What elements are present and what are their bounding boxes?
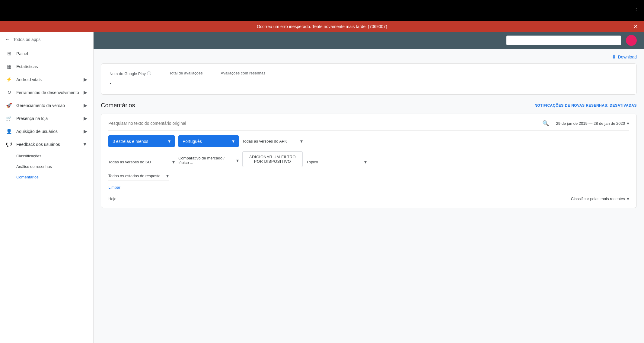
stats-card: Nota do Google Play ⓘ · Total de avaliaç… xyxy=(101,63,637,95)
date-range-picker[interactable]: 29 de jan de 2019 — 28 de jan de 2020 ▾ xyxy=(556,121,629,126)
notifications-link[interactable]: NOTIFICAÇÕES DE NOVAS RESENHAS: DESATIVA… xyxy=(534,103,637,108)
sidebar-item-presenca[interactable]: 🛒 Presença na loja ▶ xyxy=(0,112,93,125)
sidebar-sub-comentarios[interactable]: Comentários xyxy=(16,172,93,182)
sort-chevron-icon: ▾ xyxy=(627,196,629,202)
sidebar-left-part: ↻ Ferramentas de desenvolvimento xyxy=(6,90,79,95)
chevron-right-icon: ▶ xyxy=(84,77,87,82)
sidebar-left-part: 👤 Aquisição de usuários xyxy=(6,128,58,134)
topic-filter-dropdown[interactable]: Tópico ▾ xyxy=(306,157,367,167)
sidebar-item-label: Painel xyxy=(16,51,28,56)
gerenciamento-icon: 🚀 xyxy=(6,102,12,108)
add-device-filter-button[interactable]: ADICIONAR UM FILTRO POR DISPOSITIVO xyxy=(242,151,303,167)
topic-label: Tópico xyxy=(306,160,318,164)
market-chevron-icon: ▾ xyxy=(236,158,239,163)
search-input[interactable] xyxy=(108,121,542,126)
sort-dropdown[interactable]: Classificar pelas mais recentes ▾ xyxy=(571,196,629,202)
user-avatar[interactable] xyxy=(626,35,637,46)
main-layout: ← Todos os apps ⊞ Painel ▦ Estatísticas … xyxy=(0,32,644,343)
comments-header: Comentários NOTIFICAÇÕES DE NOVAS RESENH… xyxy=(101,102,637,109)
market-comparative-label: Comparativo de mercado / tópico ... xyxy=(178,156,234,165)
stat-label-reviews: Avaliações com resenhas xyxy=(221,71,266,75)
sidebar-item-estatisticas[interactable]: ▦ Estatísticas xyxy=(0,60,93,73)
topic-chevron-icon: ▾ xyxy=(364,159,367,165)
today-label: Hoje xyxy=(108,197,116,201)
sidebar-item-label: Android vitals xyxy=(16,77,42,82)
sidebar-item-label: Presença na loja xyxy=(16,116,48,121)
apk-version-label: Todas as versões do APK xyxy=(242,139,287,143)
back-arrow-icon: ← xyxy=(5,36,10,42)
sort-label: Classificar pelas mais recentes xyxy=(571,197,625,201)
search-row: 🔍 29 de jan de 2019 — 28 de jan de 2020 … xyxy=(108,120,629,131)
filter-card: 🔍 29 de jan de 2019 — 28 de jan de 2020 … xyxy=(101,114,637,208)
sidebar-left-part: 💬 Feedback dos usuários xyxy=(6,141,60,147)
sidebar-item-aquisicao[interactable]: 👤 Aquisição de usuários ▶ xyxy=(0,125,93,138)
date-range-label: 29 de jan de 2019 — 28 de jan de 2020 xyxy=(556,121,625,126)
error-message: Ocorreu um erro inesperado. Tente novame… xyxy=(257,24,387,29)
info-icon[interactable]: ⓘ xyxy=(147,71,151,76)
chevron-down-icon: ▼ xyxy=(82,142,87,147)
sidebar-left-part: ⚡ Android vitals xyxy=(6,77,42,82)
content-area: ⬇ Download Nota do Google Play ⓘ · Total… xyxy=(94,32,644,343)
sidebar-sub-classificacoes[interactable]: Classificações xyxy=(16,151,93,161)
feedback-icon: 💬 xyxy=(6,141,12,147)
download-button[interactable]: ⬇ Download xyxy=(612,54,637,60)
language-filter-dropdown[interactable]: Português ▾ xyxy=(178,135,239,147)
clear-filters-link[interactable]: Limpar xyxy=(108,185,120,190)
sidebar-left-part: 🛒 Presença na loja xyxy=(6,115,48,121)
aquisicao-icon: 👤 xyxy=(6,128,12,134)
filters-row-2: Todas as versões do SO ▾ Comparativo de … xyxy=(108,151,629,167)
more-options-icon[interactable]: ⋮ xyxy=(633,7,639,14)
sidebar-sub-menu: Classificações Análise de resenhas Comen… xyxy=(0,151,93,182)
market-comparative-dropdown[interactable]: Comparativo de mercado / tópico ... ▾ xyxy=(178,154,239,167)
sidebar-item-label: Feedback dos usuários xyxy=(16,142,60,147)
response-state-label: Todos os estados de resposta xyxy=(108,174,161,178)
response-state-chevron: ▾ xyxy=(166,173,169,179)
so-version-filter-dropdown[interactable]: Todas as versões do SO ▾ xyxy=(108,157,175,167)
sidebar: ← Todos os apps ⊞ Painel ▦ Estatísticas … xyxy=(0,32,94,343)
subheader xyxy=(94,32,644,49)
stat-google-play-rating: Nota do Google Play ⓘ · xyxy=(110,71,151,87)
response-state-dropdown[interactable]: Todos os estados de resposta ▾ xyxy=(108,171,169,181)
sidebar-back-label: Todos os apps xyxy=(13,37,40,42)
stars-filter-dropdown[interactable]: 3 estrelas e menos ▾ xyxy=(108,135,175,147)
ferramentas-icon: ↻ xyxy=(6,90,12,95)
close-banner-icon[interactable]: ✕ xyxy=(633,23,638,30)
subheader-search-box[interactable] xyxy=(506,36,621,45)
chevron-right-icon: ▶ xyxy=(84,115,87,121)
stat-label-rating: Nota do Google Play ⓘ xyxy=(110,71,151,76)
sidebar-item-ferramentas[interactable]: ↻ Ferramentas de desenvolvimento ▶ xyxy=(0,86,93,99)
sidebar-sub-analise[interactable]: Análise de resenhas xyxy=(16,161,93,172)
sidebar-item-feedback[interactable]: 💬 Feedback dos usuários ▼ xyxy=(0,138,93,151)
android-vitals-icon: ⚡ xyxy=(6,77,12,82)
download-label: Download xyxy=(618,55,637,59)
so-version-label: Todas as versões do SO xyxy=(108,160,151,164)
painel-icon: ⊞ xyxy=(6,51,12,56)
language-filter-label: Português xyxy=(183,139,202,144)
stat-value-rating: · xyxy=(110,79,151,87)
error-banner: Ocorreu um erro inesperado. Tente novame… xyxy=(0,21,644,32)
chevron-right-icon: ▶ xyxy=(84,128,87,134)
apk-chevron-icon: ▾ xyxy=(300,138,303,144)
sidebar-item-android-vitals[interactable]: ⚡ Android vitals ▶ xyxy=(0,73,93,86)
apk-version-filter-dropdown[interactable]: Todas as versões do APK ▾ xyxy=(242,135,303,147)
sidebar-item-gerenciamento[interactable]: 🚀 Gerenciamento da versão ▶ xyxy=(0,99,93,112)
sidebar-item-label: Aquisição de usuários xyxy=(16,129,58,134)
sidebar-item-painel[interactable]: ⊞ Painel xyxy=(0,47,93,60)
date-chevron-icon: ▾ xyxy=(627,121,629,126)
sidebar-left-part: 🚀 Gerenciamento da versão xyxy=(6,102,65,108)
download-row: ⬇ Download xyxy=(101,49,637,63)
chevron-right-icon: ▶ xyxy=(84,102,87,108)
stat-total-ratings: Total de avaliações xyxy=(169,71,203,87)
download-icon: ⬇ xyxy=(612,54,616,60)
page-content: ⬇ Download Nota do Google Play ⓘ · Total… xyxy=(94,49,644,222)
stat-with-reviews: Avaliações com resenhas xyxy=(221,71,266,87)
sidebar-item-label: Estatísticas xyxy=(16,64,38,69)
filters-row-3: Todos os estados de resposta ▾ xyxy=(108,171,629,181)
search-icon[interactable]: 🔍 xyxy=(542,120,549,127)
bottom-row: Hoje Classificar pelas mais recentes ▾ xyxy=(108,192,629,202)
sidebar-back[interactable]: ← Todos os apps xyxy=(0,32,93,47)
stars-chevron-icon: ▾ xyxy=(168,138,171,144)
estatisticas-icon: ▦ xyxy=(6,64,12,69)
sidebar-item-label: Ferramentas de desenvolvimento xyxy=(16,90,79,95)
stars-filter-label: 3 estrelas e menos xyxy=(113,139,148,144)
